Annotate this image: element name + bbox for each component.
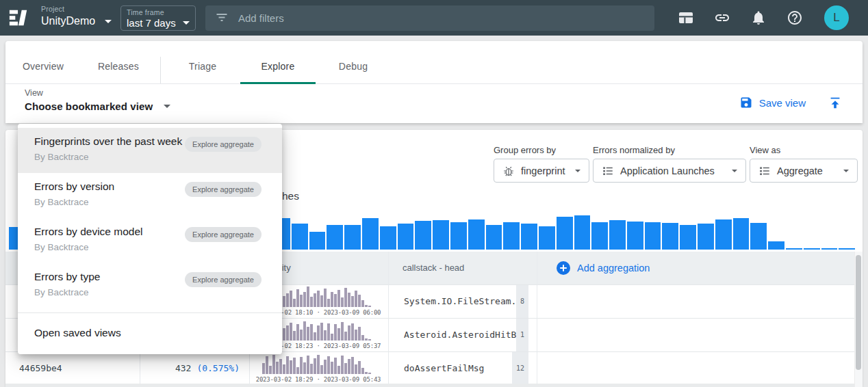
sparkline-bar: [283, 296, 285, 307]
help-icon[interactable]: [787, 10, 803, 26]
sparkline-bar: [293, 331, 296, 341]
backtrace-logo-icon[interactable]: [8, 8, 29, 28]
sparkline-bar: [296, 367, 299, 374]
explore-aggregate-badge: Explore aggregate: [185, 137, 261, 152]
sparkline-bar: [290, 323, 292, 341]
sparkline-bar: [266, 356, 268, 374]
errors-normalized-by-label: Errors normalized by: [593, 145, 746, 155]
sparkline-bar: [269, 366, 272, 374]
sparkline-bar: [358, 327, 361, 341]
errors-normalized-by-control: Errors normalized by Application Launche…: [593, 145, 746, 183]
callstack-count-badge: 1: [516, 319, 528, 352]
histogram-bar: [415, 221, 431, 250]
sparkline-bar: [355, 291, 357, 307]
timeframe-selector[interactable]: Time frame last 7 days: [120, 5, 196, 31]
errors-normalized-by-value: Application Launches: [620, 165, 715, 176]
sparkline-bar: [327, 299, 330, 307]
sparkline-bar: [286, 293, 289, 307]
aggregation-cell: [537, 352, 854, 386]
save-icon: [739, 96, 753, 109]
sparkline-bar: [317, 291, 320, 307]
view-as-control: View as Aggregate: [750, 145, 858, 183]
sparkline-bar: [348, 325, 350, 341]
bookmarked-view-select[interactable]: Choose bookmarked view: [25, 101, 170, 112]
group-errors-by-select[interactable]: fingerprint: [494, 159, 589, 183]
chevron-down-icon: [164, 105, 170, 108]
sparkline-bar: [334, 358, 337, 374]
notifications-bell-icon[interactable]: [750, 10, 767, 26]
sparkline-bar: [351, 323, 354, 341]
filter-icon: [215, 10, 229, 27]
tab-debug[interactable]: Debug: [316, 49, 391, 83]
sparkline-bar: [365, 372, 368, 374]
add-aggregation-button[interactable]: Add aggregation: [557, 261, 650, 275]
sparkline-bar: [355, 364, 357, 374]
activity-date-range: 2023-03-02 18:29 · 2023-03-09 05:43: [251, 376, 385, 383]
histogram-bar: [733, 218, 750, 250]
sparkline-bar: [358, 295, 361, 307]
histogram-bar: [398, 224, 414, 250]
horizontal-scroll-strip: [5, 384, 854, 387]
sparkline-bar: [365, 338, 368, 341]
histogram-bar: [362, 218, 379, 250]
sparkline-bar: [286, 325, 289, 341]
sparkline-bar: [351, 357, 354, 374]
callstack-count-badge: 12: [512, 352, 528, 386]
sparkline-bar: [344, 363, 347, 374]
menu-item-open-saved-views[interactable]: Open saved views: [18, 317, 282, 349]
menu-item-errors-by-version[interactable]: Errors by version By Backtrace Explore a…: [18, 173, 282, 218]
tab-releases[interactable]: Releases: [81, 49, 156, 83]
histogram-bar: [821, 248, 838, 250]
histogram-bar: [645, 222, 661, 250]
group-errors-by-value: fingerprint: [521, 165, 565, 176]
sparkline-bar: [317, 325, 320, 341]
sparkline-bar: [303, 292, 306, 307]
errors-normalized-by-select[interactable]: Application Launches: [593, 159, 746, 183]
save-view-button[interactable]: Save view: [739, 96, 806, 109]
sparkline-bar: [320, 323, 323, 341]
sparkline-bar: [310, 364, 313, 374]
tab-explore[interactable]: Explore: [240, 49, 316, 83]
user-avatar[interactable]: L: [824, 5, 849, 30]
sparkline-bar: [303, 362, 306, 374]
sparkline-bar: [324, 289, 327, 307]
sparkline-bar: [358, 361, 361, 374]
view-as-select[interactable]: Aggregate: [750, 159, 858, 183]
sparkline-bar: [331, 362, 333, 374]
sparkline-bar: [337, 328, 340, 341]
sparkline-bar: [286, 356, 289, 374]
menu-item-errors-by-device-model[interactable]: Errors by device model By Backtrace Expl…: [18, 218, 282, 263]
explore-aggregate-badge: Explore aggregate: [185, 227, 261, 242]
dashboard-layout-icon[interactable]: [678, 10, 694, 26]
menu-item-errors-by-type[interactable]: Errors by type By Backtrace Explore aggr…: [18, 263, 282, 308]
sparkline-bar: [334, 324, 337, 341]
callstack-cell: doAssertFailMsg 12: [389, 352, 537, 386]
histogram-bar: [574, 215, 591, 250]
sparkline-bar: [279, 359, 282, 374]
column-header-add-aggregation: Add aggregation: [537, 252, 854, 285]
tab-triage[interactable]: Triage: [165, 49, 240, 83]
sparkline-bar: [361, 300, 364, 307]
histogram-bar: [591, 222, 608, 250]
tab-overview[interactable]: Overview: [5, 49, 81, 83]
filters-input[interactable]: Add filters: [205, 5, 654, 31]
sparkline-bar: [310, 324, 313, 341]
chart-title-clipped: hes: [282, 190, 299, 202]
table-scrollbar[interactable]: [856, 255, 861, 370]
publish-view-icon[interactable]: [828, 95, 843, 110]
project-selector[interactable]: Project UnityDemo: [41, 5, 112, 27]
menu-item-fingerprints-over-past-week[interactable]: Fingerprints over the past week By Backt…: [18, 128, 282, 173]
histogram-bar: [292, 224, 308, 250]
timeframe-label: Time frame: [127, 8, 190, 16]
table-row[interactable]: 44659be4 432(0.575%) 2023-03-02 18:29 · …: [5, 352, 854, 386]
sparkline-bar: [348, 293, 350, 307]
sparkline-bar: [314, 358, 316, 374]
sparkline-bar: [327, 323, 330, 341]
histogram-bar: [380, 226, 396, 250]
link-icon[interactable]: [714, 10, 730, 26]
column-header-callstack-head[interactable]: callstack - head: [389, 252, 537, 285]
callstack-cell: System.IO.FileStream..… 8: [389, 285, 537, 319]
view-label: View: [25, 88, 43, 98]
histogram-bar: [662, 223, 678, 250]
histogram-bar: [468, 219, 485, 250]
